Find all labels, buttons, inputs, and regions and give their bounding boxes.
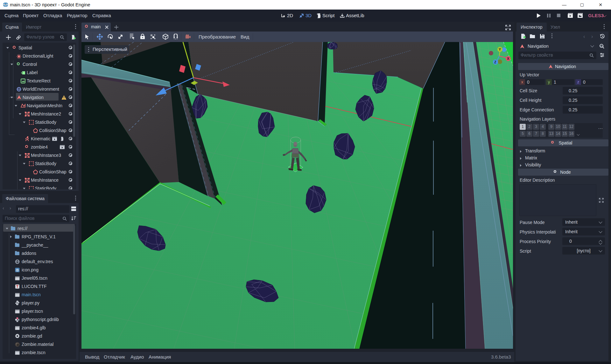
svg-text:DOC: DOC	[600, 45, 604, 47]
svg-text:Y: Y	[499, 47, 501, 51]
svg-text:X: X	[507, 57, 509, 60]
svg-text:Z: Z	[494, 60, 496, 64]
